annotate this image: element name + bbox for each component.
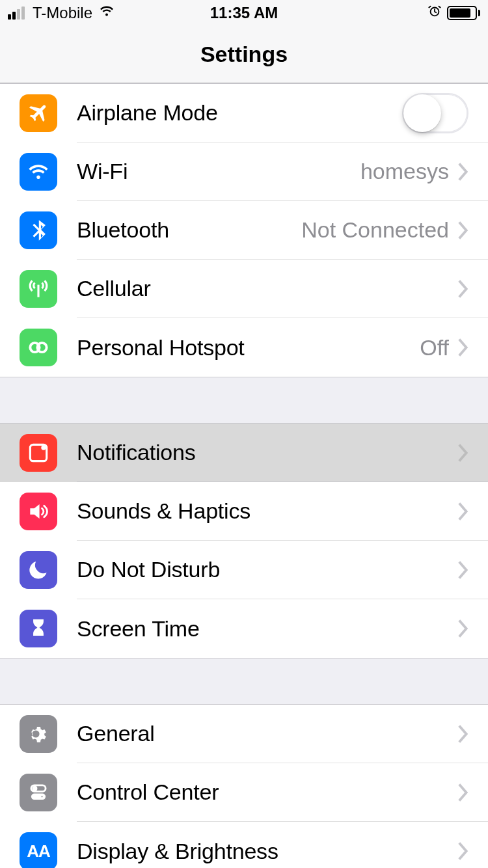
chevron-right-icon [458,444,468,462]
chevron-right-icon [458,280,468,298]
toggles-icon [20,774,57,811]
row-airplane-mode[interactable]: Airplane Mode [0,84,488,142]
row-sounds[interactable]: Sounds & Haptics [0,482,488,541]
status-right [427,4,480,22]
airplane-toggle[interactable] [402,93,468,133]
settings-group-connectivity: Airplane Mode Wi-Fi homesys Bluetooth No… [0,83,488,377]
controlcenter-label: Control Center [77,780,458,805]
airplane-icon [20,94,57,132]
text-size-icon: AA [20,832,57,868]
hourglass-icon [20,610,57,647]
status-left: T-Mobile [8,2,116,24]
wifi-label: Wi-Fi [77,159,360,184]
chevron-right-icon [458,725,468,743]
screentime-label: Screen Time [77,616,458,642]
notifications-label: Notifications [77,440,458,465]
chevron-right-icon [458,502,468,521]
display-label: Display & Brightness [77,839,458,864]
row-display-brightness[interactable]: AA Display & Brightness [0,822,488,868]
wifi-value: homesys [360,159,449,184]
status-time: 11:35 AM [210,4,278,22]
cellular-signal-icon [8,7,25,20]
general-label: General [77,721,458,746]
sounds-label: Sounds & Haptics [77,498,458,524]
bluetooth-label: Bluetooth [77,217,301,243]
cellular-icon [20,270,57,308]
row-bluetooth[interactable]: Bluetooth Not Connected [0,201,488,260]
chevron-right-icon [458,783,468,802]
row-general[interactable]: General [0,705,488,763]
row-do-not-disturb[interactable]: Do Not Disturb [0,541,488,599]
row-personal-hotspot[interactable]: Personal Hotspot Off [0,318,488,377]
chevron-right-icon [458,221,468,239]
row-control-center[interactable]: Control Center [0,763,488,822]
settings-group-alerts: Notifications Sounds & Haptics Do Not Di… [0,423,488,658]
group-spacer [0,658,488,704]
wifi-icon [20,153,57,191]
chevron-right-icon [458,163,468,181]
notifications-icon [20,434,57,472]
carrier-label: T-Mobile [33,4,92,22]
moon-icon [20,551,57,589]
hotspot-value: Off [420,335,449,360]
battery-icon [447,6,480,20]
chevron-right-icon [458,561,468,579]
bluetooth-icon [20,211,57,249]
chevron-right-icon [458,842,468,860]
chevron-right-icon [458,338,468,357]
row-cellular[interactable]: Cellular [0,260,488,318]
wifi-status-icon [98,2,116,24]
svg-point-6 [33,787,36,790]
sounds-icon [20,493,57,530]
row-notifications[interactable]: Notifications [0,424,488,482]
svg-point-8 [40,795,44,798]
chevron-right-icon [458,619,468,638]
group-spacer [0,377,488,423]
dnd-label: Do Not Disturb [77,557,458,582]
alarm-icon [427,4,442,22]
cellular-label: Cellular [77,276,458,301]
status-bar: T-Mobile 11:35 AM [0,0,488,26]
settings-group-general: General Control Center AA Display & Brig… [0,704,488,868]
row-wifi[interactable]: Wi-Fi homesys [0,142,488,201]
bluetooth-value: Not Connected [301,217,449,243]
hotspot-label: Personal Hotspot [77,335,420,360]
row-screen-time[interactable]: Screen Time [0,599,488,658]
svg-point-4 [41,445,46,450]
page-title: Settings [0,26,488,83]
gear-icon [20,715,57,753]
airplane-label: Airplane Mode [77,100,402,126]
hotspot-icon [20,329,57,366]
